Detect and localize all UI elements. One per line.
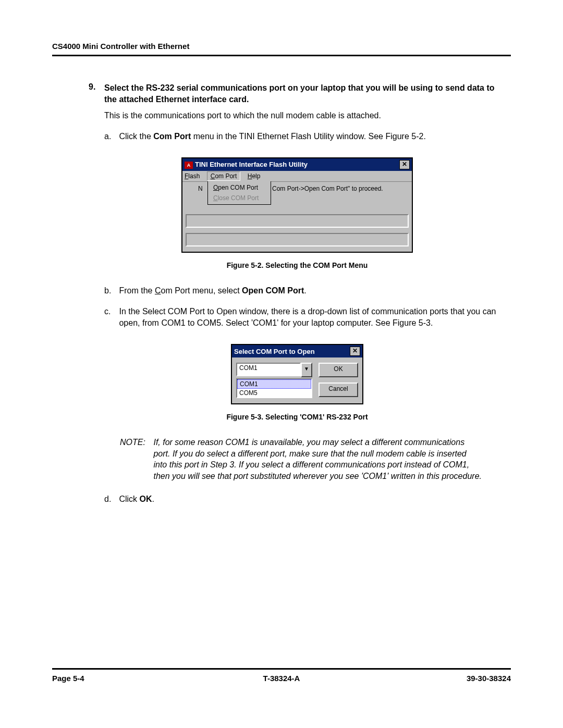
cancel-button[interactable]: Cancel	[319, 382, 358, 397]
sub-c-label: c.	[104, 306, 117, 317]
note-text: If, for some reason COM1 is unavailable,…	[153, 437, 482, 482]
sub-c: c. In the Select COM Port to Open window…	[104, 306, 506, 328]
sub-a-label: a.	[104, 131, 117, 142]
sunken-bar-1	[186, 214, 409, 228]
step-number: 9.	[89, 82, 103, 92]
figure-5-2-caption: Figure 5-2. Selecting the COM Port Menu	[89, 261, 506, 269]
menu-close-com: Close COM Port	[208, 193, 271, 203]
note-block: NOTE: If, for some reason COM1 is unavai…	[120, 437, 485, 482]
main-content: 9. Select the RS-232 serial communicatio…	[89, 82, 506, 504]
menu-help[interactable]: Help	[248, 172, 261, 180]
figure-5-3-caption: Figure 5-3. Selecting 'COM1' RS-232 Port	[89, 413, 506, 421]
menu-comport[interactable]: Com Port	[207, 171, 241, 181]
sub-a: a. Click the Com Port menu in the TINI E…	[104, 131, 506, 142]
running-head: CS4000 Mini Controller with Ethernet	[52, 42, 511, 56]
select-com-window: Select COM Port to Open ✕ COM1 ▼ COM1 CO…	[231, 344, 363, 404]
window-title-2: Select COM Port to Open	[234, 348, 350, 355]
sub-d: d. Click OK.	[104, 493, 506, 505]
menu-flash[interactable]: Flash	[185, 172, 200, 180]
tini-window: ATINI Ethernet Interface Flash Utility ✕…	[181, 157, 413, 253]
menubar: Flash Com Port Help	[182, 171, 412, 182]
step-title: Select the RS-232 serial communications …	[104, 82, 506, 105]
page-footer: Page 5-4 T-38324-A 39-30-38324	[52, 668, 511, 683]
sub-d-label: d.	[104, 493, 117, 505]
close-icon-2[interactable]: ✕	[350, 347, 360, 356]
sub-c-text: In the Select COM Port to Open window, t…	[119, 306, 505, 328]
comport-dropdown: Open COM Port Close COM Port	[207, 181, 271, 205]
list-item[interactable]: COM5	[237, 389, 311, 397]
ok-button[interactable]: OK	[319, 363, 358, 377]
window-title: TINI Ethernet Interface Flash Utility	[195, 161, 308, 168]
titlebar-2[interactable]: Select COM Port to Open ✕	[232, 345, 362, 357]
sunken-bar-2	[186, 233, 409, 246]
note-label: NOTE:	[120, 437, 151, 448]
footer-center: T-38324-A	[52, 674, 511, 683]
com-port-value[interactable]: COM1	[236, 363, 301, 376]
menu-open-com[interactable]: Open COM Port	[208, 182, 271, 193]
com-port-list[interactable]: COM1 COM5	[236, 378, 312, 398]
titlebar[interactable]: ATINI Ethernet Interface Flash Utility ✕	[182, 158, 412, 171]
sub-b-label: b.	[104, 285, 117, 297]
app-icon: A	[185, 162, 193, 169]
list-item[interactable]: COM1	[237, 379, 311, 389]
com-port-combo[interactable]: COM1 ▼	[236, 363, 312, 377]
close-icon[interactable]: ✕	[399, 160, 410, 169]
chevron-down-icon[interactable]: ▼	[301, 363, 312, 377]
sub-b: b. From the Com Port menu, select Open C…	[104, 285, 506, 297]
step-body: This is the communications port to which…	[104, 110, 506, 121]
